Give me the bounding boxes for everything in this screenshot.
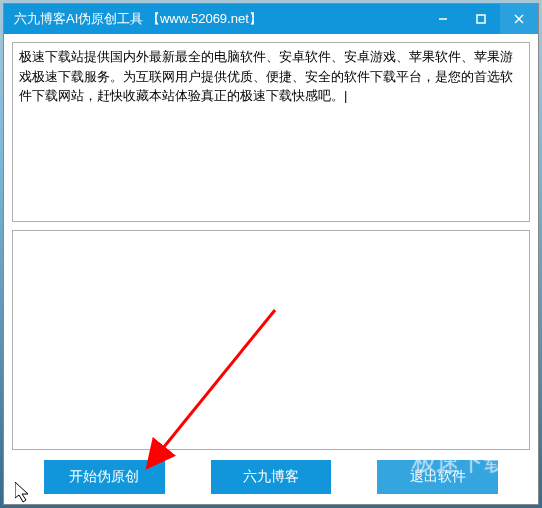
titlebar: 六九博客AI伪原创工具 【www.52069.net】 [4, 4, 538, 34]
button-row: 开始伪原创 六九博客 退出软件 [12, 458, 530, 496]
window-controls [424, 4, 538, 34]
maximize-button[interactable] [462, 4, 500, 34]
start-button[interactable]: 开始伪原创 [44, 460, 165, 494]
app-window: 六九博客AI伪原创工具 【www.52069.net】 [3, 3, 539, 505]
window-title: 六九博客AI伪原创工具 【www.52069.net】 [14, 10, 424, 28]
close-button[interactable] [500, 4, 538, 34]
maximize-icon [475, 13, 487, 25]
svg-rect-1 [477, 15, 485, 23]
minimize-icon [437, 13, 449, 25]
content-area: 开始伪原创 六九博客 退出软件 [4, 34, 538, 504]
output-textarea[interactable] [12, 230, 530, 450]
exit-button[interactable]: 退出软件 [377, 460, 498, 494]
minimize-button[interactable] [424, 4, 462, 34]
blog-button[interactable]: 六九博客 [211, 460, 332, 494]
close-icon [513, 13, 525, 25]
input-textarea[interactable] [12, 42, 530, 222]
